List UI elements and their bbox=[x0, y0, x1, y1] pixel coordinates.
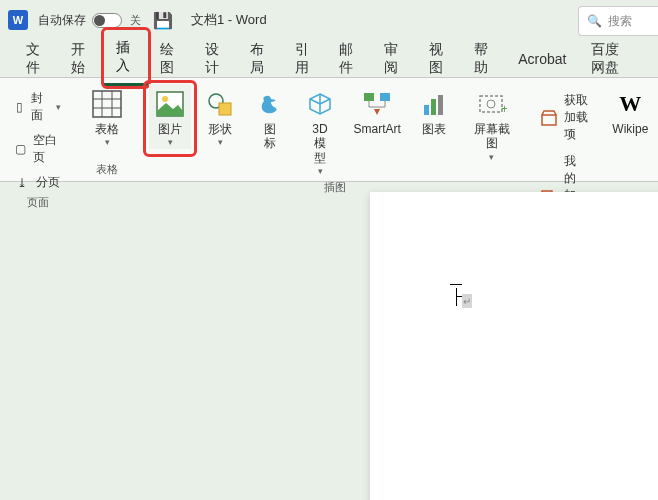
tab-Acrobat[interactable]: Acrobat bbox=[506, 43, 578, 75]
picture-button[interactable]: 图片 ▾ bbox=[149, 84, 191, 149]
tab-帮助[interactable]: 帮助 bbox=[462, 33, 507, 85]
chevron-down-icon: ▾ bbox=[218, 137, 223, 147]
document-title: 文档1 - Word bbox=[191, 11, 267, 29]
chevron-down-icon: ▾ bbox=[56, 102, 61, 112]
svg-rect-13 bbox=[438, 95, 443, 115]
tab-布局[interactable]: 布局 bbox=[238, 33, 283, 85]
cover-page-button[interactable]: ▯ 封面 ▾ bbox=[10, 88, 65, 126]
chevron-down-icon: ▾ bbox=[318, 166, 323, 176]
svg-rect-9 bbox=[364, 93, 374, 101]
wikipedia-icon: W bbox=[614, 88, 646, 120]
tab-设计[interactable]: 设计 bbox=[193, 33, 238, 85]
blank-page-button[interactable]: ▢ 空白页 bbox=[10, 130, 65, 168]
chart-button[interactable]: 图表 bbox=[413, 84, 455, 138]
screenshot-button[interactable]: + 屏幕截图 ▾ bbox=[463, 84, 520, 164]
svg-point-6 bbox=[162, 96, 168, 102]
document-area[interactable]: ↵ bbox=[0, 182, 658, 500]
icons-button[interactable]: 图 标 bbox=[249, 84, 291, 153]
svg-rect-12 bbox=[431, 99, 436, 115]
cover-page-icon: ▯ bbox=[14, 99, 25, 115]
smartart-icon bbox=[361, 88, 393, 120]
svg-rect-11 bbox=[424, 105, 429, 115]
group-tables: 表格 ▾ 表格 bbox=[75, 78, 139, 181]
smartart-button[interactable]: SmartArt bbox=[349, 84, 405, 138]
screenshot-icon: + bbox=[476, 88, 508, 120]
chart-icon bbox=[418, 88, 450, 120]
svg-rect-17 bbox=[542, 115, 556, 125]
tab-百度网盘[interactable]: 百度网盘 bbox=[579, 33, 645, 85]
picture-icon bbox=[154, 88, 186, 120]
cube-icon bbox=[304, 88, 336, 120]
store-icon bbox=[540, 109, 558, 127]
tab-绘图[interactable]: 绘图 bbox=[148, 33, 193, 85]
group-illustrations: 图片 ▾ 形状 ▾ 图 标 3D 模 型 ▾ bbox=[139, 78, 530, 181]
toggle-switch-icon bbox=[92, 13, 122, 28]
svg-rect-8 bbox=[219, 103, 231, 115]
svg-rect-0 bbox=[93, 91, 121, 117]
duck-icon bbox=[254, 88, 286, 120]
tab-开始[interactable]: 开始 bbox=[59, 33, 104, 85]
document-page[interactable]: ↵ bbox=[370, 192, 658, 500]
search-input[interactable]: 🔍 搜索 bbox=[578, 6, 658, 36]
group-label: 表格 bbox=[96, 162, 118, 177]
text-cursor bbox=[456, 288, 457, 306]
group-addins: 获取加载项 我的加载项 ▾ W Wikipe 加载项 bbox=[530, 78, 658, 181]
chevron-down-icon: ▾ bbox=[489, 152, 494, 162]
tab-文件[interactable]: 文件 bbox=[14, 33, 59, 85]
search-icon: 🔍 bbox=[587, 14, 602, 28]
chevron-down-icon: ▾ bbox=[168, 137, 173, 147]
tab-邮件[interactable]: 邮件 bbox=[327, 33, 372, 85]
table-icon bbox=[91, 88, 123, 120]
tab-视图[interactable]: 视图 bbox=[417, 33, 462, 85]
table-button[interactable]: 表格 ▾ bbox=[85, 84, 129, 149]
ribbon-tabs: 文件开始插入绘图设计布局引用邮件审阅视图帮助Acrobat百度网盘 bbox=[0, 40, 658, 78]
group-pages: ▯ 封面 ▾ ▢ 空白页 ⤓ 分页 页面 bbox=[0, 78, 75, 181]
svg-point-15 bbox=[487, 100, 495, 108]
ribbon: ▯ 封面 ▾ ▢ 空白页 ⤓ 分页 页面 bbox=[0, 78, 658, 182]
autosave-toggle[interactable]: 自动保存 关 bbox=[38, 12, 141, 29]
get-addins-button[interactable]: 获取加载项 bbox=[540, 92, 595, 143]
svg-rect-14 bbox=[480, 96, 502, 112]
save-icon[interactable]: 💾 bbox=[153, 11, 173, 30]
svg-rect-10 bbox=[380, 93, 390, 101]
word-app-icon: W bbox=[8, 10, 28, 30]
tab-审阅[interactable]: 审阅 bbox=[372, 33, 417, 85]
chevron-down-icon: ▾ bbox=[105, 137, 110, 147]
shapes-button[interactable]: 形状 ▾ bbox=[199, 84, 241, 149]
svg-text:+: + bbox=[501, 102, 507, 116]
tab-引用[interactable]: 引用 bbox=[283, 33, 328, 85]
shapes-icon bbox=[204, 88, 236, 120]
paragraph-mark-icon: ↵ bbox=[462, 294, 472, 308]
blank-page-icon: ▢ bbox=[14, 141, 27, 157]
3d-model-button[interactable]: 3D 模 型 ▾ bbox=[299, 84, 341, 178]
wikipedia-button[interactable]: W Wikipe bbox=[609, 84, 651, 138]
